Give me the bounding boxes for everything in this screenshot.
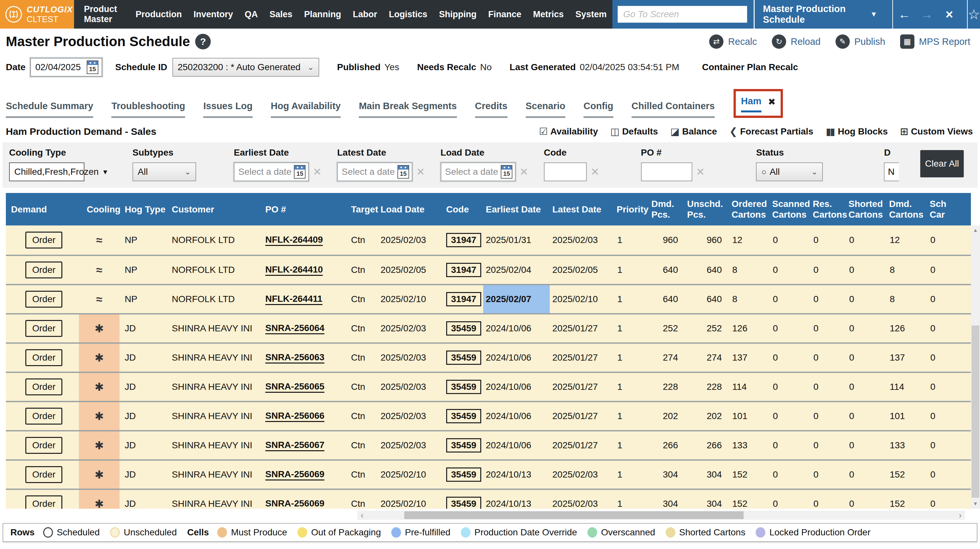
order-button[interactable]: Order xyxy=(25,495,62,509)
order-button[interactable]: Order xyxy=(25,349,62,366)
calendar-icon[interactable]: 15 xyxy=(501,165,512,179)
menu-item[interactable]: Finance xyxy=(482,0,527,29)
scroll-left-icon[interactable]: ‹ xyxy=(357,511,367,520)
favorite-star-icon[interactable]: ☆ xyxy=(968,6,980,22)
order-button[interactable]: Order xyxy=(25,437,62,454)
latest-date-picker[interactable]: Select a date 15 xyxy=(337,163,412,181)
scroll-down-icon[interactable]: ▼ xyxy=(971,499,980,509)
tab[interactable]: Issues Log xyxy=(203,101,253,118)
tool-button[interactable]: ☑ Availability xyxy=(539,126,598,137)
header-action-button[interactable]: ✎ Publish xyxy=(835,34,885,49)
clear-icon[interactable]: ✕ xyxy=(520,166,528,178)
code-box[interactable]: 35459 xyxy=(446,409,481,423)
d-input[interactable] xyxy=(884,163,899,181)
po-link[interactable]: SNRA-256065 xyxy=(265,381,325,393)
code-box[interactable]: 35459 xyxy=(446,497,481,509)
goto-screen-input[interactable] xyxy=(617,6,747,23)
order-button[interactable]: Order xyxy=(25,408,62,425)
menu-item[interactable]: Shipping xyxy=(433,0,482,29)
clear-all-button[interactable]: Clear All xyxy=(920,150,964,177)
clear-icon[interactable]: ✕ xyxy=(591,166,600,178)
order-button[interactable]: Order xyxy=(25,262,62,278)
load-date-picker[interactable]: Select a date 15 xyxy=(441,163,515,181)
horizontal-scrollbar-thumb[interactable] xyxy=(404,511,744,519)
col-header-ordered-cartons[interactable]: OrderedCartons xyxy=(729,193,769,225)
menu-item[interactable]: Production xyxy=(130,0,188,29)
menu-item[interactable]: Logistics xyxy=(383,0,433,29)
menu-item[interactable]: System xyxy=(570,0,612,29)
scroll-up-icon[interactable]: ▲ xyxy=(971,225,980,235)
po-link[interactable]: SNRA-256069 xyxy=(265,498,325,509)
clear-icon[interactable]: ✕ xyxy=(313,166,321,178)
col-header-earliest-date[interactable]: Earliest Date xyxy=(483,193,550,225)
scroll-right-icon[interactable]: › xyxy=(955,511,965,520)
clear-icon[interactable]: ✕ xyxy=(696,166,705,178)
col-header-priority[interactable]: Priority xyxy=(611,193,649,225)
date-field[interactable]: 15 xyxy=(30,58,102,77)
vertical-scrollbar-thumb[interactable] xyxy=(972,326,979,498)
po-input[interactable] xyxy=(641,163,692,181)
tab[interactable]: Troubleshooting xyxy=(111,101,185,118)
calendar-icon[interactable]: 15 xyxy=(398,165,409,179)
schedule-id-select[interactable]: 250203200 : * Auto Generated ⌄ xyxy=(172,58,319,77)
col-header-customer[interactable]: Customer xyxy=(167,193,264,225)
col-header-res-cartons[interactable]: Res.Cartons xyxy=(810,193,845,225)
header-action-button[interactable]: ↻ Reload xyxy=(772,34,821,49)
tab[interactable]: Config xyxy=(584,101,613,118)
container-plan-recalc-button[interactable]: Container Plan Recalc xyxy=(702,62,798,72)
col-header-dmd-cartons[interactable]: Dmd.Cartons xyxy=(886,193,926,225)
tool-button[interactable]: ◪ Balance xyxy=(670,126,717,137)
tab[interactable]: Scenario xyxy=(526,101,566,118)
col-header-demand[interactable]: Demand xyxy=(6,193,79,225)
col-header-latest-date[interactable]: Latest Date xyxy=(550,193,611,225)
menu-item[interactable]: Sales xyxy=(264,0,298,29)
header-action-button[interactable]: ▦ MPS Report xyxy=(900,34,970,49)
col-header-cooling[interactable]: Cooling xyxy=(79,193,119,225)
col-header-scanned-cartons[interactable]: ScannedCartons xyxy=(769,193,810,225)
code-box[interactable]: 35459 xyxy=(446,468,481,482)
menu-item[interactable]: Product Master xyxy=(78,0,130,29)
cooling-type-select[interactable]: Chilled,Fresh,Frozen ▾ xyxy=(9,163,84,181)
po-link[interactable]: NFLK-264409 xyxy=(265,235,323,246)
code-box[interactable]: 31947 xyxy=(446,233,481,247)
tool-button[interactable]: ❮ Forecast Partials xyxy=(729,126,813,137)
app-logo[interactable]: CUTLOGIX CLTEST xyxy=(0,0,74,29)
calendar-icon[interactable]: 15 xyxy=(294,165,305,179)
code-box[interactable]: 35459 xyxy=(446,380,481,394)
tab[interactable]: Schedule Summary xyxy=(6,101,93,118)
tool-button[interactable]: ◫ Defaults xyxy=(611,126,658,137)
menu-item[interactable]: Planning xyxy=(298,0,347,29)
status-select[interactable]: ○ All ⌄ xyxy=(756,163,823,181)
back-icon[interactable]: ← xyxy=(893,8,915,21)
po-link[interactable]: SNRA-256064 xyxy=(265,323,325,334)
po-link[interactable]: SNRA-256066 xyxy=(265,411,325,422)
tab[interactable]: Main Break Segments xyxy=(359,101,457,118)
col-header-hog-type[interactable]: Hog Type xyxy=(119,193,167,225)
tool-button[interactable]: ⊞ Custom Views xyxy=(900,126,973,137)
help-icon[interactable]: ? xyxy=(195,34,211,49)
order-button[interactable]: Order xyxy=(25,320,62,337)
menu-item[interactable]: Inventory xyxy=(188,0,239,29)
menu-item[interactable]: Labor xyxy=(347,0,383,29)
earliest-date-picker[interactable]: Select a date 15 xyxy=(234,163,309,181)
forward-icon[interactable]: → xyxy=(915,8,938,21)
menu-item[interactable]: QA xyxy=(239,0,264,29)
order-button[interactable]: Order xyxy=(25,466,62,483)
col-header-load-date[interactable]: Load Date xyxy=(379,193,444,225)
col-header-code[interactable]: Code xyxy=(444,193,483,225)
tab-ham[interactable]: Ham xyxy=(741,96,762,112)
order-button[interactable]: Order xyxy=(25,291,62,308)
clear-icon[interactable]: ✕ xyxy=(416,166,425,178)
po-link[interactable]: SNRA-256067 xyxy=(265,440,325,451)
col-header-unschd-pcs[interactable]: Unschd.Pcs. xyxy=(684,193,729,225)
tab[interactable]: Credits xyxy=(475,101,508,118)
code-box[interactable]: 35459 xyxy=(446,351,481,365)
col-header-dmd-pcs[interactable]: Dmd.Pcs. xyxy=(649,193,684,225)
screen-selector-dropdown[interactable]: Master Production Schedule ▼ xyxy=(755,3,886,25)
menu-item[interactable]: Metrics xyxy=(527,0,570,29)
code-box[interactable]: 31947 xyxy=(446,263,481,277)
tool-button[interactable]: ▮▮ Hog Blocks xyxy=(826,126,888,137)
calendar-icon[interactable]: 15 xyxy=(87,61,99,74)
code-box[interactable]: 35459 xyxy=(446,321,481,335)
order-button[interactable]: Order xyxy=(25,378,62,395)
